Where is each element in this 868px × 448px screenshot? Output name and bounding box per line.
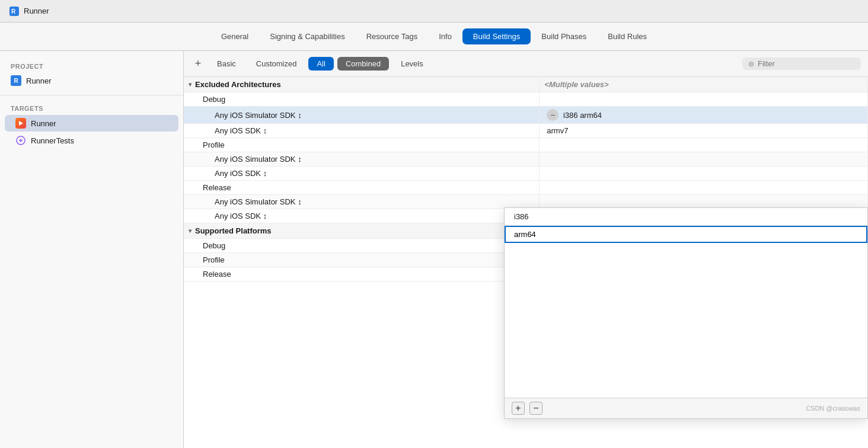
runner-tests-label: RunnerTests	[31, 136, 74, 145]
table-row: Release	[184, 181, 868, 195]
tab-build-phases[interactable]: Build Phases	[531, 28, 597, 44]
armv7-value: armv7	[547, 126, 568, 135]
content-area: + Basic Customized All Combined Levels ⊜	[184, 51, 868, 448]
sidebar-divider-1	[0, 95, 183, 95]
sidebar-item-runner[interactable]: Runner	[5, 115, 178, 132]
sidebar-project-runner[interactable]: R Runner	[0, 72, 183, 89]
toolbar-tab-levels[interactable]: Levels	[392, 57, 432, 71]
popup-add-button[interactable]: +	[512, 402, 525, 415]
popup-item-arm64[interactable]	[505, 226, 867, 243]
chevron-down-icon: ▾	[189, 81, 192, 88]
table-row: Debug	[184, 92, 868, 107]
arch-edit-popup: i386 + − CSDN @crasowas	[504, 207, 868, 419]
table-row[interactable]: Any iOS Simulator SDK ↕	[184, 195, 868, 209]
table-row[interactable]: Any iOS Simulator SDK ↕	[184, 152, 868, 167]
table-row: Any iOS SDK ↕ armv7	[184, 124, 868, 138]
toolbar-tab-all[interactable]: All	[308, 57, 333, 71]
sp-release-label: Release	[203, 270, 231, 279]
tab-info[interactable]: Info	[428, 28, 462, 44]
settings-toolbar: + Basic Customized All Combined Levels ⊜	[184, 51, 868, 77]
tests-target-icon	[15, 135, 26, 146]
table-row[interactable]: Any iOS Simulator SDK ↕ − i386 arm64	[184, 107, 868, 124]
arm64-input[interactable]	[514, 230, 858, 239]
project-section-label: PROJECT	[0, 59, 183, 72]
profile-ios-sdk-label: Any iOS SDK ↕	[215, 169, 267, 178]
multi-values-label: <Multiple values>	[544, 80, 608, 89]
project-name: Runner	[26, 76, 52, 85]
runner-target-label: Runner	[31, 119, 56, 128]
table-row: Profile	[184, 138, 868, 152]
tab-general[interactable]: General	[210, 28, 259, 44]
release-ios-sdk-label: Any iOS SDK ↕	[215, 212, 267, 220]
tab-build-rules[interactable]: Build Rules	[597, 28, 658, 44]
app-icon: R	[9, 7, 19, 16]
sp-debug-label: Debug	[203, 241, 225, 250]
svg-text:R: R	[11, 8, 16, 15]
profile-label: Profile	[203, 140, 225, 149]
sp-profile-label: Profile	[203, 255, 225, 264]
popup-watermark: CSDN @crasowas	[806, 405, 860, 412]
svg-marker-2	[19, 121, 23, 126]
toolbar-tab-customized[interactable]: Customized	[248, 57, 305, 71]
filter-input[interactable]	[758, 59, 847, 68]
sidebar-item-runner-tests[interactable]: RunnerTests	[5, 132, 178, 149]
tab-resource-tags[interactable]: Resource Tags	[356, 28, 428, 44]
popup-list: i386	[505, 208, 867, 398]
profile-sim-sdk-label: Any iOS Simulator SDK ↕	[215, 155, 302, 164]
project-icon: R	[11, 75, 21, 86]
popup-footer: + − CSDN @crasowas	[505, 398, 867, 418]
targets-section-label: TARGETS	[0, 101, 183, 114]
app-title: Runner	[24, 7, 49, 15]
table-area: ▾ Excluded Architectures <Multiple value…	[184, 77, 868, 448]
tab-signing[interactable]: Signing & Capabilities	[259, 28, 355, 44]
section-excluded-arch-label: Excluded Architectures	[195, 80, 281, 89]
i386-arm64-value: i386 arm64	[563, 111, 602, 120]
toolbar-tab-basic[interactable]: Basic	[209, 57, 244, 71]
release-sim-sdk-label: Any iOS Simulator SDK ↕	[215, 197, 302, 206]
table-row: Any iOS SDK ↕	[184, 167, 868, 181]
tab-build-settings[interactable]: Build Settings	[462, 28, 531, 44]
title-bar: R Runner	[0, 0, 868, 23]
add-setting-button[interactable]: +	[191, 57, 205, 71]
filter-box: ⊜	[742, 57, 861, 70]
table-row[interactable]: ▾ Excluded Architectures <Multiple value…	[184, 77, 868, 92]
sidebar: PROJECT R Runner TARGETS Runner Ru	[0, 51, 184, 448]
main-layout: PROJECT R Runner TARGETS Runner Ru	[0, 51, 868, 448]
filter-icon: ⊜	[748, 60, 754, 68]
runner-target-icon	[15, 118, 26, 129]
section-supported-platforms-label: Supported Platforms	[195, 226, 272, 235]
any-ios-sdk-label: Any iOS SDK ↕	[215, 126, 267, 135]
minus-icon-btn[interactable]: −	[547, 109, 559, 121]
popup-remove-button[interactable]: −	[529, 402, 542, 415]
release-label: Release	[203, 183, 231, 192]
tab-bar: General Signing & Capabilities Resource …	[0, 23, 868, 51]
popup-item-i386[interactable]: i386	[505, 208, 867, 226]
debug-label: Debug	[203, 95, 225, 104]
any-ios-sim-sdk-label: Any iOS Simulator SDK ↕	[215, 111, 302, 120]
chevron-down-icon: ▾	[189, 228, 192, 234]
toolbar-tab-combined[interactable]: Combined	[337, 57, 389, 71]
